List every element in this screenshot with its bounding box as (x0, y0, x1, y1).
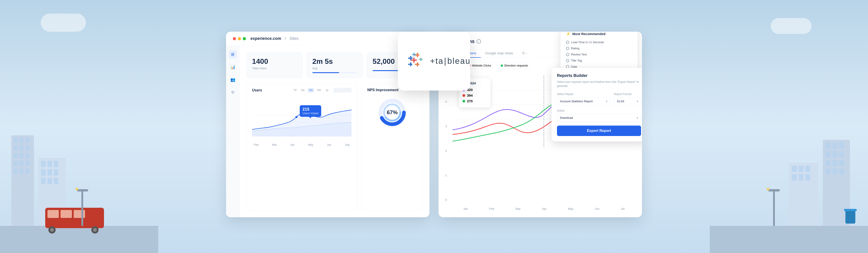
legend-dot-2 (463, 100, 465, 103)
svg-rect-51 (839, 168, 844, 175)
recommended-item-3: Title Tag (566, 57, 632, 64)
report-format-label: Report Format (614, 92, 641, 96)
radio-dot-3 (566, 59, 569, 62)
y-label-1: 1 (445, 174, 452, 177)
svg-rect-60 (844, 209, 857, 211)
stat-card-avg: 2m 5s Avg (307, 53, 363, 78)
x-label-jul: July (345, 143, 350, 146)
x-label-jul-a: Jul (621, 207, 625, 210)
sidebar-icon-chart[interactable]: 📊 (229, 63, 237, 71)
report-format-chevron: ▾ (637, 100, 638, 103)
svg-rect-41 (832, 143, 837, 149)
cloud-right (771, 18, 811, 34)
traffic-light-green (243, 37, 246, 40)
stat-card-users: 1400 Total Users (246, 53, 302, 78)
svg-rect-20 (54, 161, 58, 167)
select-report-chevron: ▾ (606, 100, 608, 103)
chart-header: Users 7d 2w 1m 6m 1y (252, 88, 351, 92)
recommended-header: ⚡ Most Recommended (566, 32, 632, 36)
filter-direction[interactable]: Direction requests (497, 62, 531, 69)
y-axis: 0 1 2 3 4 5 (445, 76, 452, 201)
svg-rect-19 (48, 161, 52, 167)
select-report-dropdown[interactable]: Account Statistics Report ▾ (557, 97, 610, 106)
time-filter-1y[interactable]: 1y (324, 88, 330, 92)
filter-label-website: Website Clicks (472, 64, 491, 67)
svg-rect-2 (13, 138, 18, 143)
tab-google-map[interactable]: Google map views (481, 49, 518, 58)
radio-dot-2 (566, 53, 569, 56)
brand-name: experience.com (250, 36, 281, 41)
svg-rect-49 (826, 168, 831, 175)
tab-other[interactable]: G... (518, 49, 532, 58)
svg-rect-18 (41, 161, 46, 167)
select-report-label: Select Report (557, 92, 610, 96)
users-section: Users 7d 2w 1m 6m 1y (246, 83, 423, 210)
users-line-chart (252, 96, 351, 141)
svg-rect-24 (41, 178, 46, 184)
svg-rect-38 (710, 226, 868, 253)
y-label-4: 4 (445, 100, 452, 104)
reports-builder-title: Reports Builder (557, 73, 641, 78)
svg-rect-23 (54, 169, 58, 176)
sidebar-icon-users[interactable]: 👥 (229, 76, 237, 84)
report-format-dropdown[interactable]: XLSX ▾ (614, 97, 641, 106)
legend-value-2: 270 (467, 99, 473, 103)
scene-wrapper: experience.com / Sites ⊞ 📊 👥 ⚙ 1 (0, 0, 868, 253)
svg-rect-50 (832, 168, 837, 175)
time-filters: 7d 2w 1m 6m 1y (292, 88, 351, 92)
form-group-format: Report Format XLSX ▾ (614, 92, 641, 106)
tableau-bleau: b (447, 56, 452, 66)
time-filter-7d[interactable]: 7d (292, 88, 298, 92)
time-filter-6m[interactable]: 6m (316, 88, 322, 92)
tooltip-label: Users Visited (303, 112, 318, 115)
svg-rect-10 (25, 153, 29, 159)
svg-rect-46 (826, 160, 831, 166)
svg-rect-35 (81, 190, 83, 226)
svg-rect-47 (832, 160, 837, 166)
x-label-jun: Jun (327, 143, 331, 146)
svg-rect-86 (419, 59, 423, 60)
x-label-jun-a: Jun (595, 207, 599, 210)
chart-tooltip: 215 Users Visited (300, 105, 321, 117)
svg-rect-30 (74, 210, 85, 218)
x-label-may-a: May (568, 207, 574, 210)
svg-rect-12 (20, 161, 24, 166)
legend-item-2: 270 (463, 98, 487, 104)
radio-dot-1 (566, 47, 569, 50)
stat-value-avg: 2m 5s (312, 57, 357, 66)
svg-rect-57 (799, 174, 804, 180)
y-label-0: 0 (445, 198, 452, 201)
time-filter-2w[interactable]: 2w (300, 88, 306, 92)
time-filter-custom[interactable] (333, 88, 351, 92)
tooltip-value: 215 (303, 107, 318, 112)
legend-dot-1 (463, 94, 465, 97)
sidebar: ⊞ 📊 👥 ⚙ (226, 46, 240, 217)
svg-rect-22 (48, 169, 52, 176)
radio-dot-0 (566, 41, 569, 44)
x-label-apr-a: Apr (542, 207, 547, 210)
x-axis-analytics: Jan Feb Mar Apr May Jun Jul (453, 207, 635, 210)
svg-rect-5 (13, 145, 18, 151)
svg-point-68 (296, 116, 298, 118)
sidebar-icon-grid[interactable]: ⊞ (229, 50, 237, 58)
info-icon[interactable]: i (476, 39, 481, 44)
export-report-button[interactable]: Export Report (557, 125, 641, 136)
action-dropdown[interactable]: Download ▾ (557, 114, 641, 122)
tableau-text-row: + t a | b l e a u (430, 56, 470, 66)
svg-rect-40 (826, 143, 831, 149)
svg-rect-8 (13, 153, 18, 159)
legend-value-1: 394 (467, 93, 473, 97)
svg-rect-82 (408, 64, 412, 65)
action-value: Download (560, 116, 573, 119)
sidebar-icon-settings[interactable]: ⚙ (229, 88, 237, 96)
form-row-1: Select Report Account Statistics Report … (557, 92, 641, 106)
tableau-floating-card: + t a | b l e a u (398, 32, 470, 90)
time-filter-1m[interactable]: 1m (308, 88, 314, 92)
svg-rect-62 (768, 189, 780, 192)
donut-chart: 67% (376, 96, 408, 128)
nps-card: NPS Improvement 67% (362, 83, 423, 210)
x-label-mar: Mar (272, 143, 277, 146)
svg-rect-76 (408, 57, 413, 59)
svg-rect-36 (77, 189, 88, 192)
action-chevron: ▾ (637, 116, 638, 119)
